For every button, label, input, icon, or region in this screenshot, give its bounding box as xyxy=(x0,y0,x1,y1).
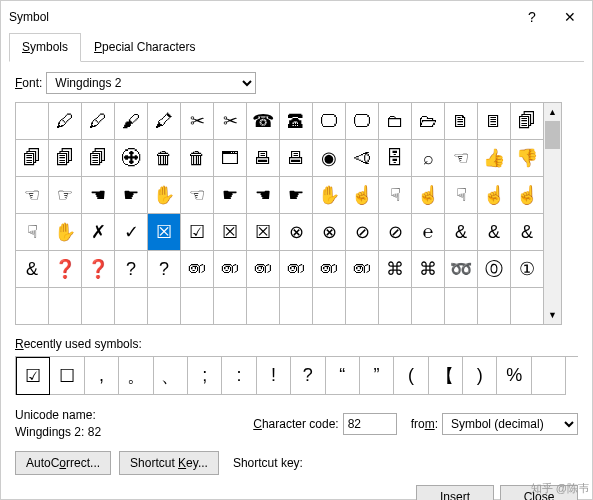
symbol-cell[interactable] xyxy=(49,288,82,325)
symbol-cell[interactable]: 🖶 xyxy=(280,140,313,177)
symbol-cell[interactable]: ❓ xyxy=(49,251,82,288)
symbol-cell[interactable]: ⌘ xyxy=(379,251,412,288)
recent-symbol-cell[interactable]: % xyxy=(497,357,531,395)
symbol-cell[interactable]: 🗐 xyxy=(16,140,49,177)
font-select[interactable]: Wingdings 2 xyxy=(46,72,256,94)
character-code-input[interactable] xyxy=(343,413,397,435)
symbol-cell[interactable] xyxy=(478,288,511,325)
symbol-cell[interactable] xyxy=(412,288,445,325)
from-select[interactable]: Symbol (decimal) xyxy=(442,413,578,435)
symbol-cell[interactable]: ☝ xyxy=(412,177,445,214)
symbol-cell[interactable]: ☟ xyxy=(379,177,412,214)
recent-symbol-cell[interactable]: , xyxy=(85,357,119,395)
symbol-cell[interactable]: ෨ xyxy=(214,251,247,288)
symbol-cell[interactable]: ⊗ xyxy=(280,214,313,251)
symbol-cell[interactable] xyxy=(346,288,379,325)
symbol-cell[interactable]: ⊘ xyxy=(346,214,379,251)
symbol-cell[interactable]: 🗀 xyxy=(379,103,412,140)
symbol-cell[interactable]: ⊘ xyxy=(379,214,412,251)
autocorrect-button[interactable]: AutoCorrect... xyxy=(15,451,111,475)
symbol-cell[interactable]: ✂ xyxy=(214,103,247,140)
symbol-cell[interactable] xyxy=(16,288,49,325)
symbol-cell[interactable]: 🗄 xyxy=(379,140,412,177)
symbol-cell[interactable]: ☒ xyxy=(148,214,181,251)
recent-symbol-cell[interactable]: ( xyxy=(394,357,428,395)
symbol-cell[interactable]: ෨ xyxy=(247,251,280,288)
symbol-cell[interactable]: ✗ xyxy=(82,214,115,251)
symbol-cell[interactable]: & xyxy=(478,214,511,251)
symbol-cell[interactable]: 🖍 xyxy=(148,103,181,140)
recent-symbol-cell[interactable]: 【 xyxy=(429,357,463,395)
symbol-cell[interactable]: ✓ xyxy=(115,214,148,251)
symbol-cell[interactable]: ☞ xyxy=(49,177,82,214)
symbol-cell[interactable]: 🗔 xyxy=(214,140,247,177)
symbol-cell[interactable]: ෨ xyxy=(280,251,313,288)
symbol-cell[interactable]: ☛ xyxy=(115,177,148,214)
close-icon[interactable]: ✕ xyxy=(560,9,580,25)
symbol-cell[interactable]: ☚ xyxy=(247,177,280,214)
recent-symbol-cell[interactable]: ” xyxy=(360,357,394,395)
symbol-cell[interactable]: 🗑 xyxy=(181,140,214,177)
symbol-cell[interactable]: ☛ xyxy=(280,177,313,214)
recent-symbol-cell[interactable]: 。 xyxy=(119,357,153,395)
symbol-cell[interactable]: ☟ xyxy=(16,214,49,251)
symbol-cell[interactable]: 🕀 xyxy=(115,140,148,177)
scroll-thumb[interactable] xyxy=(545,121,560,149)
insert-button[interactable]: Insert xyxy=(416,485,494,500)
symbol-cell[interactable]: ☛ xyxy=(214,177,247,214)
recent-symbol-cell[interactable]: ) xyxy=(463,357,497,395)
symbol-cell[interactable] xyxy=(313,288,346,325)
symbol-cell[interactable]: 🕿 xyxy=(280,103,313,140)
symbol-cell[interactable]: ⓪ xyxy=(478,251,511,288)
symbol-cell[interactable]: 🗑 xyxy=(148,140,181,177)
recent-symbol-cell[interactable]: ? xyxy=(291,357,325,395)
symbol-cell[interactable]: ☝ xyxy=(511,177,544,214)
symbol-cell[interactable]: ☟ xyxy=(445,177,478,214)
symbol-cell[interactable] xyxy=(511,288,544,325)
symbol-cell[interactable]: 🖊 xyxy=(82,103,115,140)
close-button[interactable]: Close xyxy=(500,485,578,500)
symbol-cell[interactable]: ➿ xyxy=(445,251,478,288)
symbol-cell[interactable]: 👍 xyxy=(478,140,511,177)
symbol-cell[interactable]: ☚ xyxy=(82,177,115,214)
symbol-cell[interactable]: ✂ xyxy=(181,103,214,140)
symbol-cell[interactable]: ☜ xyxy=(16,177,49,214)
symbol-cell[interactable]: ◉ xyxy=(313,140,346,177)
symbol-cell[interactable]: 🖌 xyxy=(115,103,148,140)
symbol-cell[interactable]: ⌘ xyxy=(412,251,445,288)
symbol-cell[interactable]: 🗏 xyxy=(478,103,511,140)
symbol-cell[interactable]: 🖊 xyxy=(49,103,82,140)
tab-special-characters[interactable]: Ppecial Characters xyxy=(81,33,208,61)
symbol-cell[interactable]: ⏿ xyxy=(346,140,379,177)
symbol-cell[interactable]: 🖵 xyxy=(346,103,379,140)
symbol-cell[interactable] xyxy=(280,288,313,325)
symbol-cell[interactable]: 🗎 xyxy=(445,103,478,140)
tab-symbols[interactable]: Symbols xyxy=(9,33,81,62)
symbol-cell[interactable] xyxy=(214,288,247,325)
symbol-cell[interactable]: ℮ xyxy=(412,214,445,251)
symbol-cell[interactable]: ෨ xyxy=(346,251,379,288)
symbol-cell[interactable]: & xyxy=(16,251,49,288)
symbol-cell[interactable]: ✋ xyxy=(49,214,82,251)
symbol-cell[interactable]: ☑ xyxy=(181,214,214,251)
symbol-cell[interactable] xyxy=(148,288,181,325)
symbol-cell[interactable]: ෨ xyxy=(181,251,214,288)
symbol-cell[interactable]: 🖵 xyxy=(313,103,346,140)
symbol-cell[interactable] xyxy=(16,103,49,140)
recent-symbol-cell[interactable] xyxy=(532,357,566,395)
recent-symbol-cell[interactable]: ☐ xyxy=(50,357,84,395)
recent-symbol-cell[interactable]: 、 xyxy=(154,357,188,395)
symbol-cell[interactable]: 🖶 xyxy=(247,140,280,177)
recent-symbol-cell[interactable]: “ xyxy=(326,357,360,395)
symbol-cell[interactable]: ෨ xyxy=(313,251,346,288)
symbol-cell[interactable] xyxy=(445,288,478,325)
recent-symbol-cell[interactable]: ☑ xyxy=(16,357,50,395)
recent-symbol-cell[interactable]: ! xyxy=(257,357,291,395)
shortcut-key-button[interactable]: Shortcut Key... xyxy=(119,451,219,475)
symbol-cell[interactable]: 🗐 xyxy=(82,140,115,177)
symbol-cell[interactable]: ☝ xyxy=(346,177,379,214)
symbol-cell[interactable]: & xyxy=(511,214,544,251)
symbol-cell[interactable]: ? xyxy=(148,251,181,288)
symbol-cell[interactable]: ✋ xyxy=(148,177,181,214)
symbol-cell[interactable] xyxy=(115,288,148,325)
